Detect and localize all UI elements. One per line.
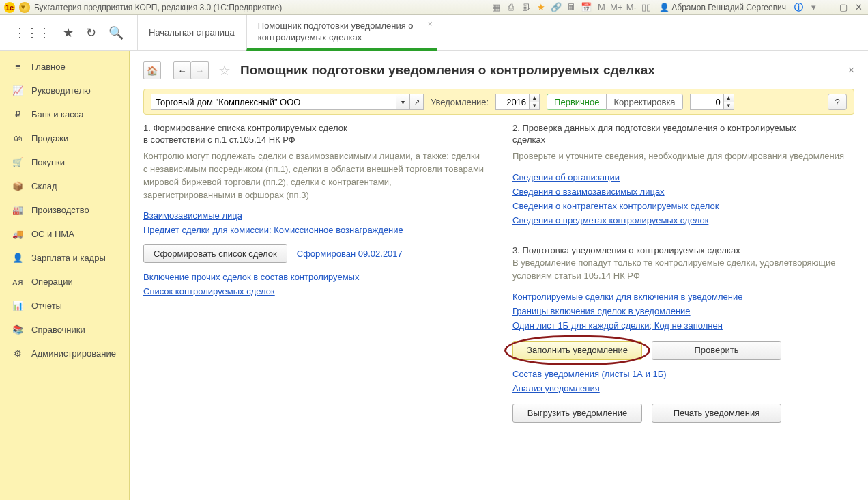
export-button[interactable]: Выгрузить уведомление xyxy=(512,404,642,423)
history-icon[interactable]: ↻ xyxy=(86,25,96,40)
link-related-parties[interactable]: Взаимозависимые лица xyxy=(143,210,242,221)
link-controlled-deals[interactable]: Контролируемые сделки для включения в ув… xyxy=(512,292,854,302)
year-up[interactable]: ▲ xyxy=(530,94,539,102)
link-include-other[interactable]: Включение прочих сделок в состав контрол… xyxy=(143,272,359,282)
memory-mplus[interactable]: M+ xyxy=(611,2,622,13)
nav-forward-button[interactable]: → xyxy=(191,61,209,79)
step1-title-line2: в соответствии с п.1 ст.105.14 НК РФ xyxy=(143,135,485,145)
sidebar-item-stock[interactable]: 📦Склад xyxy=(0,174,129,198)
search-icon[interactable]: 🔍 xyxy=(108,25,124,40)
year-down[interactable]: ▼ xyxy=(530,102,539,109)
top-tab-bar: ⋮⋮⋮ ★ ↻ 🔍 Начальная страница Помощник по… xyxy=(0,15,868,51)
nav-back-button[interactable]: ← xyxy=(173,61,191,79)
toolbar-save-icon[interactable]: ▦ xyxy=(491,2,502,13)
sidebar-item-label: Главное xyxy=(31,61,66,72)
sidebar-item-label: Банк и касса xyxy=(31,109,84,120)
truck-icon: 🚚 xyxy=(12,229,23,239)
link-subjects[interactable]: Сведения о предметах контролируемых сдел… xyxy=(512,215,854,225)
cart-icon: 🛒 xyxy=(12,157,23,167)
link-counterparties[interactable]: Сведения о контрагентах контролируемых с… xyxy=(512,201,854,211)
apps-grid-icon[interactable]: ⋮⋮⋮ xyxy=(14,25,50,40)
sidebar-item-catalogs[interactable]: 📚Справочники xyxy=(0,318,129,342)
report-icon: 📊 xyxy=(12,301,23,311)
sidebar-item-hr[interactable]: 👤Зарплата и кадры xyxy=(0,246,129,270)
tab-assistant[interactable]: Помощник подготовки уведомления о контро… xyxy=(246,15,437,51)
link-analysis[interactable]: Анализ уведомления xyxy=(512,383,854,393)
step2-description: Проверьте и уточните сведения, необходим… xyxy=(512,150,854,163)
info-icon[interactable]: ⓘ xyxy=(793,2,804,13)
toolbar-panels-icon[interactable]: ▯▯ xyxy=(641,2,652,13)
tab-home[interactable]: Начальная страница xyxy=(137,15,246,50)
sidebar-item-production[interactable]: 🏭Производство xyxy=(0,198,129,222)
toolbar-star-icon[interactable]: ★ xyxy=(536,2,547,13)
toolbar-calendar-icon[interactable]: 📅 xyxy=(581,2,592,13)
sidebar-item-label: Руководителю xyxy=(31,85,91,96)
sidebar-item-manager[interactable]: 📈Руководителю xyxy=(0,79,129,102)
link-bounds[interactable]: Границы включения сделок в уведомление xyxy=(512,306,854,316)
sidebar-item-main[interactable]: ≡Главное xyxy=(0,55,129,79)
sidebar-item-reports[interactable]: 📊Отчеты xyxy=(0,294,129,318)
fill-button-highlight: Заполнить уведомление xyxy=(512,341,642,360)
corr-down[interactable]: ▼ xyxy=(724,102,734,109)
help-button[interactable]: ? xyxy=(828,94,847,110)
toolbar-link-icon[interactable]: 🔗 xyxy=(551,2,562,13)
memory-mminus[interactable]: M- xyxy=(626,2,637,13)
sidebar: ≡Главное 📈Руководителю ₽Банк и касса 🛍Пр… xyxy=(0,51,130,500)
toolbar-print-icon[interactable]: ⎙ xyxy=(506,2,517,13)
sidebar-item-label: Отчеты xyxy=(31,301,62,311)
corr-num-input[interactable] xyxy=(690,94,724,110)
sidebar-item-operations[interactable]: ᴀяОперации xyxy=(0,270,129,294)
step3-description: В уведомление попадут только те контроли… xyxy=(512,257,854,283)
fill-notification-button[interactable]: Заполнить уведомление xyxy=(512,341,642,360)
sidebar-item-label: Покупки xyxy=(31,157,65,167)
org-open-button[interactable]: ↗ xyxy=(410,94,424,110)
step3-title: 3. Подготовка уведомления о контролируем… xyxy=(512,245,854,255)
sidebar-item-label: Зарплата и кадры xyxy=(31,253,106,263)
corr-up[interactable]: ▲ xyxy=(724,94,734,102)
memory-m[interactable]: M xyxy=(596,2,607,13)
window-restore-icon[interactable]: ▢ xyxy=(838,2,849,13)
link-deal-subject[interactable]: Предмет сделки для комиссии: Комиссионно… xyxy=(143,225,403,235)
box-icon: 📦 xyxy=(12,181,23,191)
steps-right-column: 2. Проверка данных для подготовки уведом… xyxy=(512,123,854,430)
step1-title-line1: 1. Формирование списка контролируемых сд… xyxy=(143,123,485,133)
org-input[interactable] xyxy=(151,94,396,110)
year-input[interactable] xyxy=(495,94,530,110)
content-area: 🏠 ← → ☆ Помощник подготовки уведомления … xyxy=(130,51,868,500)
tab-close-icon[interactable]: × xyxy=(428,19,433,29)
toolbar-doc-icon[interactable]: 🗐 xyxy=(521,2,532,13)
params-bar: ▾ ↗ Уведомление: ▲▼ Первичное Корректиро… xyxy=(143,89,854,115)
menu-icon: ≡ xyxy=(12,61,23,72)
link-deals-list[interactable]: Список контролируемых сделок xyxy=(143,286,275,296)
seg-correction-button[interactable]: Корректировка xyxy=(606,94,682,110)
page-close-icon[interactable]: × xyxy=(848,64,854,77)
toolbar-calc-icon[interactable]: 🖩 xyxy=(566,2,577,13)
sidebar-item-sales[interactable]: 🛍Продажи xyxy=(0,126,129,150)
window-close-icon[interactable]: ✕ xyxy=(853,2,864,13)
page-favorite-icon[interactable]: ☆ xyxy=(218,62,231,79)
link-org-info[interactable]: Сведения об организации xyxy=(512,172,854,182)
link-related-info[interactable]: Сведения о взаимозависимых лицах xyxy=(512,186,854,197)
page-title: Помощник подготовки уведомления о контро… xyxy=(240,63,655,78)
sidebar-item-label: Администрирование xyxy=(31,348,116,359)
info-menu-icon[interactable]: ▾ xyxy=(808,2,819,13)
check-button[interactable]: Проверить xyxy=(652,341,781,360)
user-block[interactable]: 👤 Абрамов Геннадий Сергеевич xyxy=(656,3,789,12)
print-button[interactable]: Печать уведомления xyxy=(652,404,781,423)
org-dropdown-button[interactable]: ▾ xyxy=(396,94,410,110)
sidebar-item-admin[interactable]: ⚙Администрирование xyxy=(0,342,129,365)
sidebar-item-bank[interactable]: ₽Банк и касса xyxy=(0,102,129,126)
seg-primary-button[interactable]: Первичное xyxy=(547,94,606,110)
app-menu-icon[interactable] xyxy=(19,2,30,13)
window-minimize-icon[interactable]: — xyxy=(823,2,834,13)
nav-home-button[interactable]: 🏠 xyxy=(143,61,161,79)
favorite-star-icon[interactable]: ★ xyxy=(63,25,74,40)
sidebar-item-label: Производство xyxy=(31,205,89,215)
sidebar-item-purchases[interactable]: 🛒Покупки xyxy=(0,150,129,174)
year-spinner: ▲▼ xyxy=(495,94,540,110)
link-composition[interactable]: Состав уведомления (листы 1А и 1Б) xyxy=(512,369,854,379)
sidebar-item-assets[interactable]: 🚚ОС и НМА xyxy=(0,222,129,246)
link-sheet-1b[interactable]: Один лист 1Б для каждой сделки; Код не з… xyxy=(512,320,854,331)
app-title: Бухгалтерия предприятия КОРП, редакция 3… xyxy=(34,3,282,12)
form-list-button[interactable]: Сформировать список сделок xyxy=(143,244,287,263)
